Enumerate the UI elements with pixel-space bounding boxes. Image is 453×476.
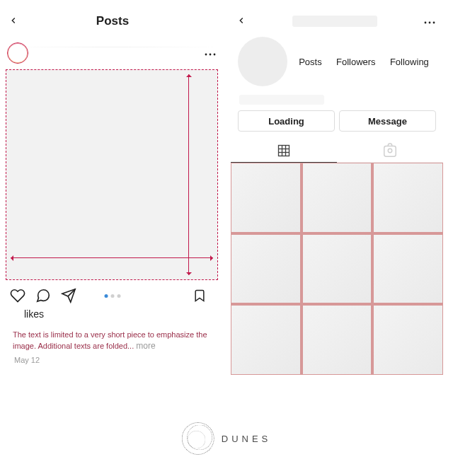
chevron-left-icon [8, 16, 18, 25]
post-owner-row [3, 38, 222, 65]
username-placeholder [292, 16, 377, 27]
post-image-placeholder[interactable] [6, 69, 218, 280]
tagged-icon [382, 143, 398, 158]
svg-point-0 [205, 54, 207, 56]
message-button[interactable]: Message [339, 110, 436, 132]
stat-followers[interactable]: Followers [336, 57, 376, 67]
brand-name: DUNES [222, 434, 272, 444]
post-date: May 12 [3, 352, 222, 364]
divider [4, 47, 221, 47]
svg-point-6 [429, 22, 431, 24]
heart-icon [10, 288, 25, 303]
carousel-pager [105, 294, 121, 298]
caption-more-link[interactable]: more [136, 341, 155, 351]
profile-panel: Posts Followers Following Loading Messag… [231, 4, 443, 375]
grid-cell[interactable] [302, 234, 372, 304]
grid-cell[interactable] [373, 163, 443, 233]
feed-post-panel: Posts [3, 4, 222, 375]
grid-cell[interactable] [231, 163, 301, 233]
caption-text: The text is limited to a very short piec… [13, 330, 207, 350]
like-button[interactable] [10, 288, 25, 303]
pager-dot [105, 294, 108, 298]
svg-point-5 [425, 22, 427, 24]
profile-header [231, 4, 443, 33]
page-title: Posts [96, 14, 129, 28]
post-caption: The text is limited to a very short piec… [3, 324, 222, 352]
profile-button-row: Loading Message [231, 110, 443, 132]
profile-grid [231, 163, 443, 375]
post-action-row [3, 283, 222, 307]
feed-header: Posts [3, 4, 222, 38]
pager-dot [117, 294, 121, 298]
back-button[interactable] [236, 14, 246, 29]
stat-following[interactable]: Following [390, 57, 429, 67]
comment-button[interactable] [35, 288, 51, 303]
back-button[interactable] [8, 14, 18, 29]
ellipsis-icon [423, 21, 436, 25]
grid-cell[interactable] [231, 305, 301, 375]
send-icon [61, 288, 76, 303]
save-button[interactable] [193, 288, 207, 303]
svg-point-14 [388, 149, 392, 153]
grid-cell[interactable] [302, 163, 372, 233]
horizontal-dimension-arrow [11, 257, 213, 258]
svg-point-1 [210, 54, 212, 56]
post-options-button[interactable] [204, 47, 217, 59]
svg-point-7 [433, 22, 435, 24]
comment-icon [35, 288, 51, 303]
brand-logo [182, 422, 214, 455]
avatar[interactable] [238, 37, 287, 86]
story-avatar[interactable] [7, 42, 28, 64]
likes-label[interactable]: likes [3, 307, 222, 324]
stat-posts[interactable]: Posts [299, 57, 322, 67]
vertical-dimension-arrow [188, 74, 189, 275]
grid-icon [277, 144, 291, 158]
profile-options-button[interactable] [423, 15, 436, 28]
ellipsis-icon [204, 52, 217, 57]
profile-tabs [231, 139, 443, 163]
share-button[interactable] [61, 288, 76, 303]
tab-grid[interactable] [231, 139, 337, 163]
svg-rect-13 [384, 146, 396, 156]
bookmark-icon [193, 288, 207, 303]
grid-cell[interactable] [231, 234, 301, 304]
profile-stats: Posts Followers Following [287, 57, 436, 67]
grid-cell[interactable] [373, 234, 443, 304]
svg-rect-8 [279, 145, 289, 156]
profile-top-row: Posts Followers Following [231, 33, 443, 89]
grid-cell[interactable] [302, 305, 372, 375]
grid-cell[interactable] [373, 305, 443, 375]
tab-tagged[interactable] [337, 139, 443, 163]
chevron-left-icon [236, 16, 246, 25]
svg-point-2 [214, 54, 216, 56]
bio-placeholder [239, 95, 324, 105]
pager-dot [111, 294, 115, 298]
follow-loading-button[interactable]: Loading [238, 110, 335, 132]
brand-footer: DUNES [182, 422, 272, 455]
